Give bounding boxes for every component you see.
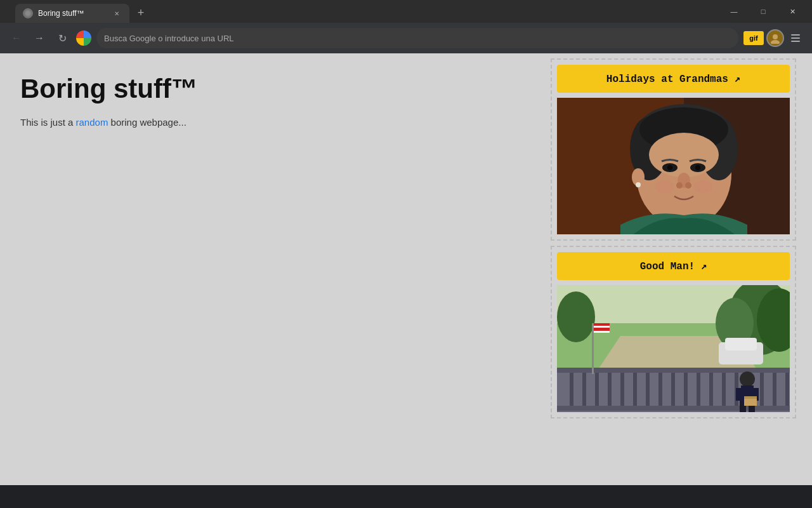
svg-point-0	[773, 34, 778, 39]
reload-button[interactable]: ↻	[53, 29, 71, 47]
svg-point-11	[649, 133, 719, 177]
browser-content: Boring stuff™ This is just a random bori…	[0, 53, 812, 485]
main-page: Boring stuff™ This is just a random bori…	[0, 53, 546, 485]
avatar[interactable]	[766, 29, 784, 47]
svg-rect-37	[582, 373, 586, 406]
svg-rect-44	[671, 373, 675, 406]
new-tab-button[interactable]: +	[132, 4, 150, 22]
page-title: Boring stuff™	[20, 74, 525, 104]
popup-section-grandma: Holidays at Grandmas ↗	[551, 58, 796, 241]
svg-point-22	[693, 180, 712, 193]
svg-rect-52	[773, 373, 776, 406]
toolbar-right: gif	[743, 29, 804, 47]
svg-rect-54	[592, 323, 594, 374]
svg-rect-47	[709, 373, 713, 406]
svg-point-15	[695, 165, 700, 170]
chrome-logo-icon	[76, 30, 91, 46]
svg-rect-38	[595, 373, 599, 406]
svg-rect-32	[725, 338, 757, 351]
chrome-menu-button[interactable]	[787, 29, 804, 47]
svg-rect-48	[722, 373, 726, 406]
svg-point-18	[685, 182, 691, 189]
svg-rect-66	[744, 396, 757, 399]
subtitle-text: This is just a random boring webpage...	[20, 117, 187, 128]
good-man-button[interactable]: Good Man! ↗	[557, 252, 790, 280]
svg-point-59	[740, 371, 755, 387]
svg-rect-41	[633, 373, 637, 406]
svg-point-1	[771, 40, 780, 44]
svg-rect-61	[736, 388, 743, 401]
page-subtitle: This is just a random boring webpage...	[20, 117, 525, 128]
porch-image	[557, 285, 790, 412]
popup-scroll-container[interactable]: Holidays at Grandmas ↗	[546, 53, 801, 431]
title-bar: Boring stuff™ ✕ + — □ ✕	[0, 0, 812, 23]
svg-point-21	[655, 180, 674, 193]
forward-button[interactable]: →	[30, 29, 48, 47]
svg-point-20	[636, 182, 641, 187]
minimize-button[interactable]: —	[719, 0, 749, 23]
svg-rect-43	[658, 373, 662, 406]
svg-rect-45	[684, 373, 688, 406]
svg-rect-42	[646, 373, 650, 406]
svg-rect-51	[760, 373, 764, 406]
tab-close-button[interactable]: ✕	[112, 8, 122, 18]
back-button[interactable]: ←	[8, 29, 25, 47]
popup-panel: Holidays at Grandmas ↗	[546, 53, 812, 485]
address-bar: ← → ↻ Busca Google o introduce una URL g…	[0, 23, 812, 53]
svg-rect-56	[594, 326, 610, 328]
svg-rect-58	[594, 331, 610, 333]
svg-rect-36	[570, 373, 573, 406]
grandma-image	[557, 98, 790, 234]
tab-favicon-icon	[23, 8, 33, 18]
svg-rect-53	[785, 373, 789, 406]
tab-title: Boring stuff™	[38, 9, 84, 18]
svg-point-17	[676, 182, 683, 189]
svg-point-14	[667, 165, 672, 170]
svg-rect-57	[594, 328, 610, 330]
random-link[interactable]: random	[76, 117, 108, 128]
url-text: Busca Google o introduce una URL	[104, 34, 234, 43]
maximize-button[interactable]: □	[749, 0, 778, 23]
svg-rect-40	[620, 373, 624, 406]
svg-rect-46	[697, 373, 700, 406]
holidays-grandma-button[interactable]: Holidays at Grandmas ↗	[557, 65, 790, 93]
svg-point-30	[557, 291, 595, 342]
url-bar[interactable]: Busca Google o introduce una URL	[96, 28, 738, 48]
popup-section-goodman: Good Man! ↗	[551, 246, 796, 418]
close-button[interactable]: ✕	[778, 0, 807, 23]
gif-button[interactable]: gif	[743, 31, 764, 45]
svg-rect-39	[608, 373, 612, 406]
active-tab[interactable]: Boring stuff™ ✕	[15, 4, 129, 23]
